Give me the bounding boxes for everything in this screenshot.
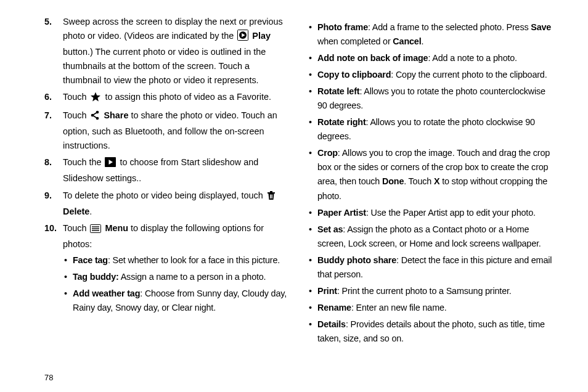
delete-label: Delete: [63, 206, 89, 216]
play-icon: [237, 30, 248, 45]
share-label: Share: [104, 110, 128, 120]
svg-rect-15: [272, 194, 272, 198]
step-5: 5. Sweep across the screen to display th…: [44, 15, 289, 88]
bullet-copy-clipboard: Copy to clipboard: Copy the current phot…: [308, 68, 552, 82]
bullet-rotate-right: Rotate right: Allows you to rotate the p…: [308, 115, 552, 144]
step-text-pre: Touch: [63, 92, 89, 102]
svg-rect-13: [270, 194, 271, 198]
step-number: 6.: [44, 90, 52, 104]
svg-rect-11: [267, 192, 275, 194]
bullet-add-weather-tag: Add weather tag: Choose from Sunny day, …: [63, 287, 289, 315]
step-text-pre: Touch: [63, 223, 89, 233]
delete-trash-icon: [267, 190, 276, 205]
svg-marker-3: [91, 92, 100, 102]
bullet-tag-buddy: Tag buddy: Assign a name to a person in …: [63, 270, 289, 284]
step-10: 10. Touch Menu to display the following …: [44, 221, 289, 315]
step-9: 9. To delete the photo or video being di…: [44, 189, 289, 219]
columns: 5. Sweep across the screen to display th…: [44, 15, 552, 372]
svg-line-8: [92, 115, 97, 118]
step-text-post: to assign this photo of video as a Favor…: [105, 92, 271, 102]
bullet-print: Print: Print the current photo to a Sams…: [308, 284, 552, 298]
bullet-photo-frame: Photo frame: Add a frame to the selected…: [308, 20, 552, 49]
left-column: 5. Sweep across the screen to display th…: [44, 15, 289, 372]
step-text-pre: To delete the photo or video being displ…: [63, 190, 266, 200]
left-sub-bullets: Face tag: Set whether to look for a face…: [63, 253, 289, 315]
bullet-buddy-photo-share: Buddy photo share: Detect the face in th…: [308, 253, 552, 282]
page-number: 78: [44, 372, 552, 385]
bullet-paper-artist: Paper Artist: Use the Paper Artist app t…: [308, 206, 552, 220]
favorite-star-icon: [90, 92, 101, 106]
step-number: 5.: [44, 15, 52, 29]
step-number: 8.: [44, 155, 52, 169]
step-text-pre: Sweep across the screen to display the n…: [63, 17, 283, 41]
svg-rect-12: [270, 191, 272, 192]
bullet-details: Details: Provides details about the phot…: [308, 317, 552, 346]
step-number: 9.: [44, 189, 52, 203]
step-number: 7.: [44, 108, 52, 123]
play-label: Play: [252, 31, 271, 41]
menu-label: Menu: [105, 223, 128, 233]
share-icon: [90, 110, 100, 125]
slideshow-play-icon: [105, 157, 116, 171]
bullet-crop: Crop: Allows you to crop the image. Touc…: [308, 146, 552, 203]
svg-line-7: [92, 112, 97, 115]
step-7: 7. Touch Share to share the photo or vid…: [44, 108, 289, 153]
bullet-set-as: Set as: Assign the photo as a Contact ph…: [308, 223, 552, 251]
menu-icon: [90, 223, 101, 237]
bullet-add-note: Add note on back of image: Add a note to…: [308, 51, 552, 65]
step-number: 10.: [44, 221, 57, 235]
step-6: 6. Touch to assign this photo of video a…: [44, 90, 289, 106]
numbered-steps: 5. Sweep across the screen to display th…: [44, 15, 289, 315]
bullet-face-tag: Face tag: Set whether to look for a face…: [63, 253, 289, 267]
manual-page: 5. Sweep across the screen to display th…: [0, 0, 588, 392]
step-8: 8. Touch the to choose from Start slides…: [44, 155, 289, 186]
bullet-rotate-left: Rotate left: Allows you to rotate the ph…: [308, 84, 552, 113]
bullet-rename: Rename: Enter an new file name.: [308, 301, 552, 315]
step-text-pre: Touch the: [63, 157, 104, 167]
step-text-post: button.) The current photo or video is o…: [63, 47, 266, 85]
step-text-pre: Touch: [63, 110, 89, 120]
svg-rect-14: [271, 194, 271, 198]
step-text-post: .: [89, 206, 92, 216]
right-column: Photo frame: Add a frame to the selected…: [308, 15, 552, 372]
right-bullets: Photo frame: Add a frame to the selected…: [308, 20, 552, 346]
